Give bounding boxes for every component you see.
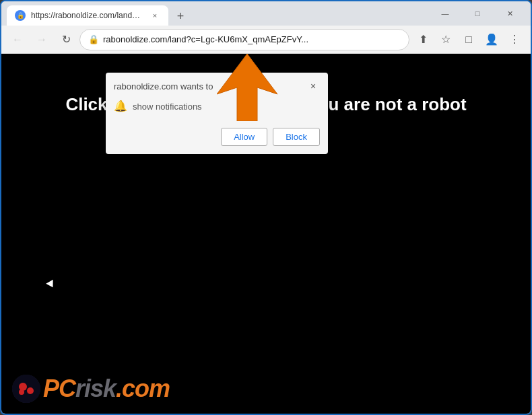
refresh-button[interactable]: ↻ (55, 29, 77, 50)
active-tab[interactable]: 🔒 https://rabonoldize.com/land?c= × (7, 5, 168, 26)
notification-dialog: rabonoldize.com wants to × 🔔 show notifi… (106, 73, 328, 154)
block-button[interactable]: Block (273, 128, 320, 146)
allow-button[interactable]: Allow (221, 128, 267, 146)
address-bar[interactable]: 🔒 rabonoldize.com/land?c=Lgc-KU6mX_qmAEp… (79, 29, 409, 50)
extensions-button[interactable]: □ (458, 29, 479, 50)
dialog-buttons: Allow Block (106, 128, 328, 154)
notification-text: show notifications (133, 102, 202, 112)
bell-icon: 🔔 (114, 100, 127, 113)
pcrisk-dotcom: .com (116, 375, 170, 402)
dialog-title: rabonoldize.com wants to (114, 81, 213, 91)
address-text: rabonoldize.com/land?c=Lgc-KU6mX_qmAEpZF… (103, 34, 401, 44)
tab-close-button[interactable]: × (149, 10, 160, 21)
toolbar: ← → ↻ 🔒 rabonoldize.com/land?c=Lgc-KU6mX… (1, 26, 531, 54)
pcrisk-risk: risk (75, 375, 116, 402)
cursor (46, 280, 56, 290)
share-button[interactable]: ⬆ (412, 29, 434, 50)
dialog-header: rabonoldize.com wants to × (106, 73, 328, 97)
back-button[interactable]: ← (7, 29, 28, 50)
lock-icon: 🔒 (88, 34, 99, 44)
notification-row: 🔔 show notifications (114, 100, 320, 113)
title-bar: 🔒 https://rabonoldize.com/land?c= × + — … (1, 1, 531, 26)
new-tab-button[interactable]: + (171, 7, 190, 26)
forward-button[interactable]: → (31, 29, 53, 50)
pcrisk-logo: PCrisk.com (12, 375, 170, 403)
dialog-body: 🔔 show notifications (106, 97, 328, 128)
minimize-button[interactable]: — (430, 3, 461, 24)
profile-button[interactable]: 👤 (481, 29, 502, 50)
dialog-close-button[interactable]: × (306, 79, 320, 93)
toolbar-actions: ⬆ ☆ □ 👤 ⋮ (412, 29, 525, 50)
svg-point-3 (27, 387, 34, 394)
svg-point-4 (19, 389, 24, 395)
menu-button[interactable]: ⋮ (504, 29, 525, 50)
bookmark-button[interactable]: ☆ (435, 29, 457, 50)
tab-favicon: 🔒 (15, 10, 26, 21)
window-controls: — □ ✕ (430, 3, 525, 24)
tab-area: 🔒 https://rabonoldize.com/land?c= × + (7, 1, 422, 26)
pcrisk-icon (12, 375, 40, 403)
page-content: Click "Allow" to confirm that you are no… (1, 54, 531, 414)
pcrisk-text: PCrisk.com (43, 375, 170, 403)
maximize-button[interactable]: □ (462, 3, 493, 24)
pcrisk-pc: PC (43, 375, 75, 402)
svg-point-2 (19, 383, 27, 391)
browser-window: 🔒 https://rabonoldize.com/land?c= × + — … (0, 0, 532, 415)
close-button[interactable]: ✕ (494, 3, 525, 24)
tab-title: https://rabonoldize.com/land?c= (31, 11, 144, 20)
